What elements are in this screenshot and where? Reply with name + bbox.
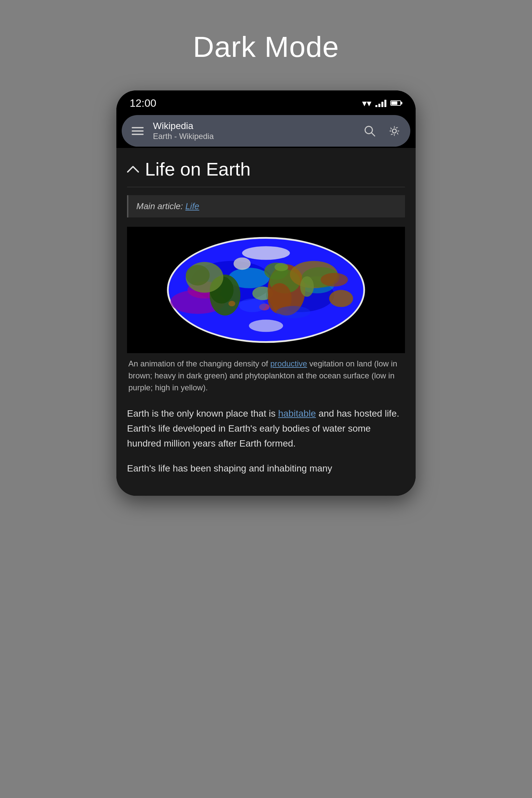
earth-globe-svg xyxy=(127,227,405,353)
toolbar: Wikipedia Earth - Wikipedia xyxy=(122,115,410,147)
svg-point-23 xyxy=(321,273,348,287)
status-bar: 12:00 ▾▾ xyxy=(116,91,416,114)
caption-productive-link[interactable]: productive xyxy=(270,359,307,368)
battery-tip xyxy=(401,102,402,104)
section-header: Life on Earth xyxy=(127,158,405,180)
signal-bar-3 xyxy=(381,102,383,107)
section-title: Life on Earth xyxy=(145,158,251,180)
svg-point-35 xyxy=(239,299,266,312)
content-area: Life on Earth Main article: Life xyxy=(116,148,416,496)
svg-point-32 xyxy=(249,320,283,332)
para2-text-1: Earth's life has been shaping and inhabi… xyxy=(127,463,332,474)
status-time: 12:00 xyxy=(130,97,156,109)
wifi-icon: ▾▾ xyxy=(362,98,372,109)
svg-point-29 xyxy=(329,290,353,307)
toolbar-title-area: Wikipedia Earth - Wikipedia xyxy=(153,120,355,141)
status-icons: ▾▾ xyxy=(362,98,402,109)
main-article-prefix: Main article: xyxy=(136,201,185,211)
battery-icon xyxy=(391,100,402,106)
signal-icon xyxy=(375,99,386,107)
svg-rect-0 xyxy=(132,127,144,128)
main-article-box: Main article: Life xyxy=(127,195,405,217)
search-button[interactable] xyxy=(360,122,379,140)
article-paragraph-2: Earth's life has been shaping and inhabi… xyxy=(127,461,405,476)
battery-fill xyxy=(391,101,397,105)
svg-rect-2 xyxy=(132,134,144,135)
svg-point-20 xyxy=(274,263,288,271)
menu-icon xyxy=(132,126,144,136)
svg-point-34 xyxy=(228,301,235,306)
image-caption: An animation of the changing density of … xyxy=(127,353,405,398)
phone-frame: 12:00 ▾▾ xyxy=(116,91,416,496)
toolbar-app-name: Wikipedia xyxy=(153,120,355,132)
svg-point-36 xyxy=(276,306,310,318)
toolbar-page-title: Earth - Wikipedia xyxy=(153,132,355,141)
svg-point-31 xyxy=(242,246,290,260)
settings-icon xyxy=(388,125,400,137)
collapse-section-button[interactable] xyxy=(127,162,139,176)
earth-image-container: An animation of the changing density of … xyxy=(127,227,405,398)
signal-bar-2 xyxy=(378,104,380,107)
svg-point-24 xyxy=(300,276,314,297)
search-icon xyxy=(364,125,376,137)
article-paragraph-1: Earth is the only known place that is ha… xyxy=(127,406,405,451)
svg-point-28 xyxy=(186,265,210,286)
page-header-title: Dark Mode xyxy=(193,30,339,64)
earth-image xyxy=(127,227,405,353)
main-article-link[interactable]: Life xyxy=(185,201,199,211)
chevron-up-icon xyxy=(127,165,139,173)
signal-bar-4 xyxy=(384,100,386,107)
signal-bar-1 xyxy=(375,105,377,107)
para1-text-1: Earth is the only known place that is xyxy=(127,408,278,419)
menu-button[interactable] xyxy=(128,123,147,139)
svg-rect-1 xyxy=(132,130,144,132)
settings-button[interactable] xyxy=(385,122,404,140)
svg-point-30 xyxy=(233,258,250,270)
battery-body xyxy=(391,100,401,106)
habitable-link[interactable]: habitable xyxy=(278,408,316,419)
svg-point-5 xyxy=(392,129,396,133)
caption-before-link: An animation of the changing density of xyxy=(128,359,270,368)
section-divider xyxy=(127,187,405,187)
svg-line-4 xyxy=(372,133,375,136)
